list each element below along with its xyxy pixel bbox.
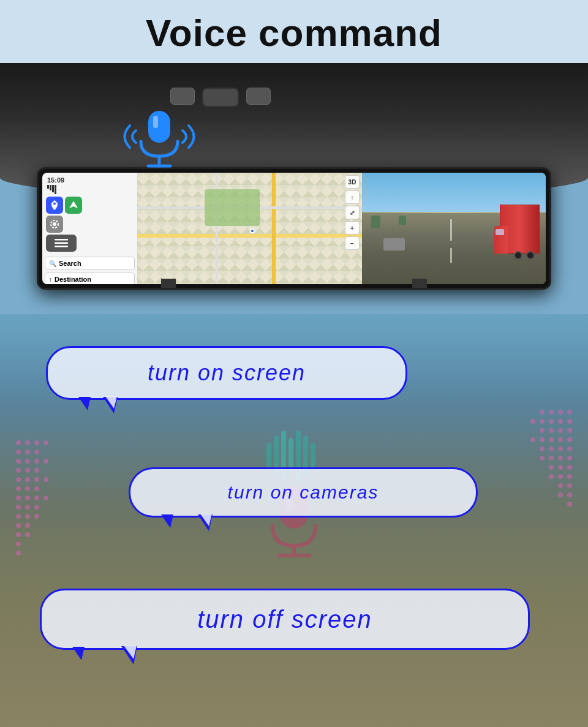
nav-icons [45,195,135,253]
svg-point-44 [25,532,30,537]
svg-point-65 [540,446,545,451]
svg-point-10 [16,440,21,445]
signal-bar-2 [50,185,51,190]
signal-bar-3 [52,185,54,192]
svg-point-49 [558,410,563,415]
truck-cab [494,226,508,254]
svg-point-31 [16,495,21,500]
svg-point-78 [567,474,572,479]
svg-point-50 [567,410,572,415]
bubble-3-tail-inner [124,646,137,659]
nav-icon-row-3 [46,235,134,252]
svg-point-23 [34,468,39,473]
svg-point-46 [16,551,21,556]
svg-point-24 [16,477,21,482]
voice-mic-icon [123,100,196,176]
svg-point-25 [25,477,30,482]
svg-point-38 [16,514,21,519]
map-location-dot [250,228,255,233]
map-park [205,189,260,226]
svg-point-47 [540,410,545,415]
map-controls: 3D ↑ ⤢ + − [345,175,360,250]
svg-point-61 [540,437,545,442]
map-compass-button[interactable]: ↑ [345,190,360,204]
signal-bars [45,185,135,195]
mirror-device: 15:09 [37,167,551,290]
map-zoom-in-button[interactable]: + [345,221,360,235]
svg-point-77 [558,474,563,479]
mirror-bracket-left [161,279,176,290]
navigation-icon[interactable] [65,197,82,214]
svg-point-5 [53,222,56,226]
svg-point-4 [53,203,56,205]
tree-2 [399,216,406,225]
settings-icon[interactable] [46,216,63,233]
bubble-1-text: turn on screen [130,353,323,393]
mirror-screen: 15:09 [42,173,546,284]
mirror-bracket-right [412,279,427,290]
svg-point-13 [43,440,48,445]
svg-point-83 [567,502,572,507]
truck-wheel-rear [526,251,535,260]
speech-bubble-3: turn off screen [40,589,530,650]
svg-point-62 [549,437,554,442]
ceiling-button-2 [202,88,239,107]
other-vehicle [383,238,405,250]
truck-wheel-front [514,251,522,260]
svg-point-81 [558,492,563,497]
destination-label: Destination [55,276,91,283]
svg-point-82 [567,492,572,497]
svg-point-71 [558,456,563,461]
svg-point-52 [540,419,545,424]
svg-point-37 [34,505,39,510]
map-road-vertical [272,173,276,284]
svg-rect-90 [311,443,315,467]
svg-point-64 [567,437,572,442]
ceiling-button-3 [246,88,271,105]
svg-point-67 [558,446,563,451]
speech-bubble-2: turn on cameras [129,467,478,518]
camera-feed [362,173,546,284]
signal-bar-4 [55,185,56,194]
mirror-section: 15:09 [0,63,588,314]
page-title: Voice command [0,11,588,55]
svg-point-18 [25,459,30,464]
svg-point-80 [567,483,572,488]
svg-point-60 [530,437,535,442]
svg-point-11 [25,440,30,445]
svg-point-29 [25,486,30,491]
svg-point-14 [16,450,21,454]
svg-point-73 [549,465,554,470]
svg-point-26 [34,477,39,482]
map-zoom-out-button[interactable]: − [345,236,360,250]
nav-time: 15:09 [45,175,135,185]
svg-rect-9 [55,246,68,247]
map-fullscreen-button[interactable]: ⤢ [345,206,360,219]
svg-point-32 [25,495,30,500]
svg-point-27 [43,477,48,482]
destination-button[interactable]: ↑ Destination [45,273,135,284]
svg-rect-0 [148,111,170,143]
maps-icon[interactable] [46,197,63,214]
bubbles-section: turn on screen turn on cameras turn off … [0,314,588,727]
bubble-2-text: turn on cameras [211,475,396,510]
svg-point-74 [558,465,563,470]
map-area: 3D ↑ ⤢ + − [137,173,362,284]
svg-point-16 [34,450,39,454]
svg-point-39 [25,514,30,519]
svg-point-59 [567,428,572,433]
menu-icon[interactable] [46,235,77,252]
svg-point-63 [558,437,563,442]
map-3d-button[interactable]: 3D [345,175,360,189]
camera-truck [491,198,540,260]
svg-point-41 [16,523,21,528]
svg-point-43 [16,532,21,537]
svg-point-42 [25,523,30,528]
svg-point-12 [34,440,39,445]
svg-rect-3 [153,116,158,128]
nav-icon-row-1 [46,197,134,214]
lane-mark-1 [450,219,452,241]
search-label: Search [59,260,81,267]
search-button[interactable]: 🔍 Search [45,257,135,270]
svg-point-21 [16,468,21,473]
